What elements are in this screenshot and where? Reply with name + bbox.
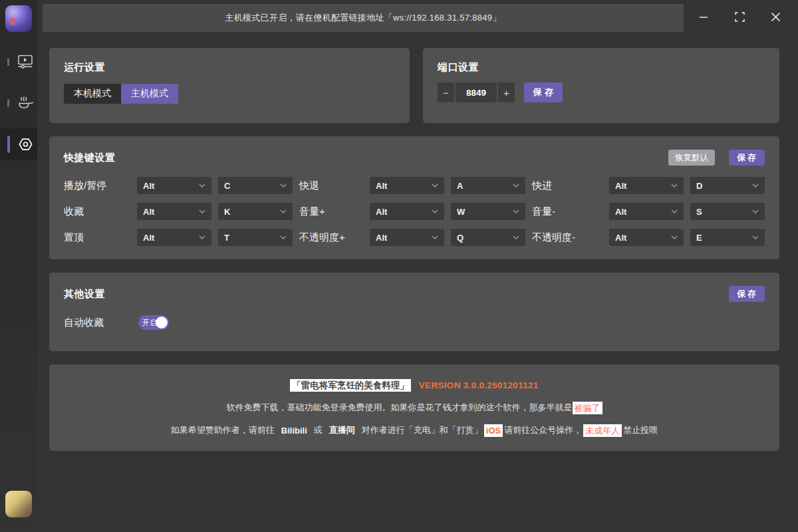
hotkey-key-select[interactable]: W — [451, 203, 525, 220]
select-value: Alt — [143, 207, 154, 217]
user-avatar[interactable] — [5, 491, 32, 517]
player-icon — [18, 55, 33, 69]
nav-indicator — [7, 58, 9, 66]
local-mode-button[interactable]: 本机模式 — [64, 84, 121, 104]
chevron-down-icon — [432, 235, 438, 239]
chevron-down-icon — [671, 184, 678, 188]
hotkey-key-select[interactable]: Q — [451, 229, 525, 246]
chevron-down-icon — [752, 209, 759, 213]
hotkey-save-button[interactable]: 保存 — [729, 150, 765, 166]
chevron-down-icon — [280, 209, 287, 213]
maximize-button[interactable] — [730, 9, 749, 28]
select-value: A — [457, 181, 463, 191]
hotkey-mod-select[interactable]: Alt — [370, 229, 444, 246]
app-avatar — [5, 5, 32, 32]
hotkey-mod-select[interactable]: Alt — [137, 229, 211, 246]
sidebar-item-cooking[interactable] — [0, 87, 37, 119]
run-settings-panel: 运行设置 本机模式 主机模式 — [49, 48, 410, 123]
titlebar: 主机模式已开启，请在僚机配置链接地址「ws://192.168.31.57:88… — [37, 0, 798, 37]
close-icon — [771, 12, 781, 25]
hotkey-label-volume-down: 音量- — [532, 203, 602, 220]
port-save-button[interactable]: 保存 — [524, 82, 563, 102]
hotkey-mod-select[interactable]: Alt — [609, 229, 684, 246]
select-value: S — [696, 207, 702, 217]
hotkey-key-select[interactable]: D — [690, 177, 765, 194]
bilibili-link[interactable]: Bilibili — [281, 426, 307, 436]
sidebar-item-settings[interactable] — [0, 128, 37, 160]
chevron-down-icon — [199, 235, 205, 239]
select-value: Alt — [615, 181, 626, 191]
hotkey-key-select[interactable]: K — [218, 203, 293, 220]
select-value: Alt — [376, 181, 387, 191]
port-increment-button[interactable]: + — [498, 82, 515, 102]
select-value: Alt — [376, 207, 387, 217]
hotkey-mod-select[interactable]: Alt — [370, 203, 444, 220]
hotkey-mod-select[interactable]: Alt — [370, 177, 444, 194]
hotkey-key-select[interactable]: C — [218, 177, 293, 194]
port-decrement-button[interactable]: − — [438, 82, 454, 102]
hotkey-panel-header: 快捷键设置 恢复默认 保存 — [64, 150, 765, 166]
select-value: K — [224, 207, 230, 217]
toggle-on-label: 开启 — [142, 318, 157, 328]
hotkey-label-opacity-up: 不透明度+ — [299, 229, 363, 246]
other-settings-title: 其他设置 — [64, 288, 105, 301]
hotkey-label-rewind: 快退 — [299, 177, 363, 194]
other-settings-panel: 其他设置 保存 自动收藏 开启 — [49, 273, 779, 351]
hotkey-settings-panel: 快捷键设置 恢复默认 保存 播放/暂停 Alt C 快退 Alt A 快进 Al… — [49, 136, 779, 259]
hotkey-mod-select[interactable]: Alt — [137, 177, 211, 194]
select-value: Q — [457, 233, 464, 243]
minimize-button[interactable] — [694, 9, 713, 28]
disclaimer-text: 软件免费下载，基础功能免登录免费使用。如果你是花了钱才拿到的这个软件，那多半就是 — [227, 402, 573, 414]
select-value: C — [224, 181, 230, 191]
cooking-icon — [18, 96, 34, 110]
scammed-highlight: 被骗了 — [573, 402, 602, 414]
sidebar-item-player[interactable] — [0, 46, 37, 78]
port-value[interactable]: 8849 — [456, 82, 497, 102]
hotkey-settings-title: 快捷键设置 — [64, 152, 116, 164]
donate-text-mid: 对作者进行「充电」和「打赏」 — [362, 424, 483, 436]
select-value: D — [696, 181, 702, 191]
donate-text-mid2: 请前往公众号操作， — [504, 424, 582, 436]
chevron-down-icon — [432, 209, 438, 213]
hotkey-label-favorite: 收藏 — [64, 203, 130, 220]
chevron-down-icon — [513, 184, 519, 188]
hotkey-key-select[interactable]: E — [690, 229, 765, 246]
hotkey-key-select[interactable]: A — [451, 177, 525, 194]
restore-defaults-button[interactable]: 恢复默认 — [668, 150, 715, 166]
window-controls — [685, 0, 798, 37]
close-button[interactable] — [766, 9, 785, 28]
donate-text-end: 禁止投喂 — [623, 424, 658, 436]
port-stepper: − 8849 + — [438, 82, 515, 102]
auto-favorite-row: 自动收藏 开启 — [64, 315, 765, 330]
auto-favorite-toggle[interactable]: 开启 — [138, 315, 169, 330]
donate-text-pre: 如果希望赞助作者，请前往 — [171, 424, 275, 436]
hotkey-mod-select[interactable]: Alt — [137, 203, 211, 220]
chevron-down-icon — [513, 235, 519, 239]
chevron-down-icon — [199, 184, 205, 188]
hotkey-key-select[interactable]: S — [690, 203, 765, 220]
live-room-link[interactable]: 直播间 — [329, 424, 355, 436]
select-value: Alt — [143, 181, 154, 191]
chevron-down-icon — [199, 209, 205, 213]
select-value: Alt — [143, 233, 154, 243]
sidebar — [0, 0, 37, 532]
other-save-button[interactable]: 保存 — [729, 286, 765, 302]
nav-indicator — [7, 99, 9, 107]
chevron-down-icon — [513, 209, 519, 213]
select-value: Alt — [615, 233, 626, 243]
port-row: − 8849 + 保存 — [438, 82, 765, 102]
maximize-icon — [735, 12, 745, 25]
chevron-down-icon — [671, 209, 678, 213]
notification-text: 主机模式已开启，请在僚机配置链接地址「ws://192.168.31.57:88… — [225, 12, 501, 24]
port-settings-title: 端口设置 — [438, 61, 765, 74]
nav-indicator-active — [7, 136, 10, 153]
toggle-knob — [156, 317, 168, 329]
chevron-down-icon — [752, 184, 759, 188]
hotkey-mod-select[interactable]: Alt — [609, 177, 684, 194]
hotkey-mod-select[interactable]: Alt — [609, 203, 684, 220]
minimize-icon — [699, 13, 708, 25]
chevron-down-icon — [280, 235, 287, 239]
host-mode-button[interactable]: 主机模式 — [121, 84, 178, 104]
hotkey-key-select[interactable]: T — [218, 229, 293, 246]
sidebar-nav — [0, 46, 37, 170]
